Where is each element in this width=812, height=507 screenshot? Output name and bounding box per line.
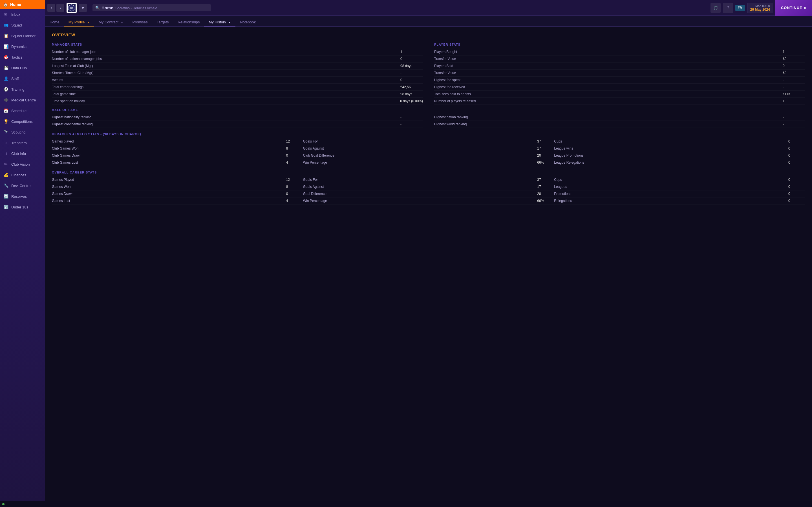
sidebar-item-label: Data Hub (11, 66, 27, 70)
stat-value: - (400, 71, 406, 75)
sidebar-item-club-vision[interactable]: 👁 Club Vision (0, 159, 45, 170)
svg-text:HA: HA (70, 7, 73, 9)
squad-icon: 👥 (3, 22, 8, 27)
stat-label: Total career earnings (52, 85, 400, 89)
stat-row: Games Drawn 0 (52, 190, 303, 198)
chevron-down-icon: ▼ (121, 21, 123, 24)
heracles-stats-grid: Games played 12 Club Games Won 8 Club Ga… (52, 138, 406, 166)
sidebar-item-finances[interactable]: 💰 Finances (0, 170, 45, 180)
sidebar-item-dynamics[interactable]: 📊 Dynamics (0, 41, 45, 52)
stat-value: 8 (286, 185, 303, 189)
stat-row: Total career earnings €42,5K (52, 83, 406, 91)
stat-value: 0 (400, 78, 406, 82)
secondary-nav: Home My Profile ▼ My Contract ▼ Promises… (45, 16, 406, 27)
schedule-icon: 📅 (3, 108, 8, 113)
sidebar-item-data-hub[interactable]: 💾 Data Hub (0, 62, 45, 73)
hall-of-fame-title: HALL OF FAME (52, 108, 406, 112)
overview-title: OVERVIEW (52, 33, 406, 37)
stat-value: 0 (286, 154, 303, 158)
stat-value: 0 (286, 192, 303, 196)
dynamics-icon: 📊 (3, 44, 8, 49)
tab-relationships[interactable]: Relationships (173, 18, 204, 27)
stat-row: Highest continental ranking - (52, 121, 406, 128)
topbar-title: Home (101, 5, 113, 10)
tab-my-profile[interactable]: My Profile ▼ (64, 18, 94, 27)
sidebar-item-club-info[interactable]: ℹ Club Info (0, 148, 45, 159)
topbar-title-block: Home Socretino - Heracles Almelo (101, 5, 157, 10)
heracles-col2: Goals For 37 Goals Against 17 Club Goal … (303, 138, 406, 166)
overall-col2: Goals For 37 Goals Against 17 Goal Diffe… (303, 176, 406, 205)
sidebar-item-label: Dynamics (11, 45, 28, 49)
stat-row: Shortest Time at Club (Mgr) - (52, 69, 406, 76)
club-badge: HA (66, 3, 77, 13)
sidebar-item-staff[interactable]: 👤 Staff (0, 73, 45, 84)
sidebar-item-medical-centre[interactable]: ➕ Medical Centre (0, 95, 45, 105)
stat-value: 0 (400, 57, 406, 61)
sidebar-item-label: Club Info (11, 152, 26, 156)
overall-career-stats-grid: Games Played 12 Games Won 8 Games Drawn … (52, 176, 406, 205)
hall-of-fame-grid: Highest nationality ranking - Highest co… (52, 114, 406, 128)
sidebar-item-label: Under 18s (11, 205, 28, 209)
stat-label: Club Games Won (52, 147, 286, 151)
training-icon: ⚽ (3, 87, 8, 92)
tab-my-contract[interactable]: My Contract ▼ (94, 18, 128, 27)
stat-row: Club Games Won 8 (52, 145, 303, 152)
sidebar-item-label: Competitions (11, 119, 33, 124)
tab-targets[interactable]: Targets (152, 18, 173, 27)
club-info-icon: ℹ (3, 151, 8, 156)
stat-value: 1 (400, 50, 406, 54)
stat-label: Club Goal Difference (303, 154, 406, 158)
heracles-stats-title: HERACLES ALMELO STATS - (98 DAYS IN CHAR… (52, 132, 406, 136)
stat-value: 0 days (0.00%) (400, 99, 406, 103)
stat-label: Goals For (303, 139, 406, 144)
stat-row: Win Percentage 66% (303, 159, 406, 166)
sidebar-item-tactics[interactable]: 🎯 Tactics (0, 52, 45, 62)
staff-icon: 👤 (3, 76, 8, 81)
stat-row: Club Goal Difference 20 (303, 152, 406, 159)
sidebar-item-dev-centre[interactable]: 🔧 Dev. Centre (0, 180, 45, 191)
stat-label: Time spent on holiday (52, 99, 400, 103)
sidebar-item-label: Staff (11, 76, 19, 81)
tab-my-history[interactable]: My History ▼ (204, 18, 236, 27)
stat-label: Games played (52, 139, 286, 144)
stat-label: Games Won (52, 185, 286, 189)
sidebar-item-reserves[interactable]: 🔄 Reserves (0, 191, 45, 202)
topbar-navigation: ‹ › HA ▼ (45, 3, 89, 13)
sidebar-item-squad[interactable]: 👥 Squad (0, 20, 45, 31)
sidebar-item-training[interactable]: ⚽ Training (0, 84, 45, 95)
stat-label: Goals For (303, 178, 406, 182)
sidebar-item-schedule[interactable]: 📅 Schedule (0, 105, 45, 116)
sidebar-item-competitions[interactable]: 🏆 Competitions (0, 116, 45, 127)
data-hub-icon: 💾 (3, 65, 8, 70)
dev-centre-icon: 🔧 (3, 183, 8, 188)
tab-notebook[interactable]: Notebook (236, 18, 260, 27)
sidebar-item-label: Training (11, 87, 24, 92)
sidebar-item-under-18s[interactable]: 🔢 Under 18s (0, 202, 45, 212)
competitions-icon: 🏆 (3, 119, 8, 124)
nav-forward-button[interactable]: › (56, 4, 64, 12)
sidebar-item-label: Reserves (11, 194, 27, 199)
finances-icon: 💰 (3, 172, 8, 177)
sidebar-item-squad-planner[interactable]: 📋 Squad Planner (0, 31, 45, 41)
sidebar-item-inbox[interactable]: ✉ Inbox (0, 9, 45, 20)
sidebar-item-label: Medical Centre (11, 98, 36, 102)
tab-home[interactable]: Home (45, 18, 64, 27)
hall-of-fame-section: HALL OF FAME Highest nationality ranking… (52, 108, 406, 128)
sidebar-item-label: Finances (11, 173, 26, 177)
sidebar-item-scouting[interactable]: 🔭 Scouting (0, 127, 45, 137)
stat-label: Shortest Time at Club (Mgr) (52, 71, 400, 75)
heracles-stats-section: HERACLES ALMELO STATS - (98 DAYS IN CHAR… (52, 132, 406, 166)
nav-back-button[interactable]: ‹ (47, 4, 55, 12)
inbox-icon: ✉ (3, 12, 8, 17)
nav-dropdown-button[interactable]: ▼ (79, 4, 87, 12)
sidebar-item-transfers[interactable]: ↔ Transfers (0, 137, 45, 148)
stat-row: Club Games Lost 4 (52, 159, 303, 166)
stat-row: Goals Against 17 (303, 145, 406, 152)
sidebar-item-label: Dev. Centre (11, 184, 31, 188)
sidebar-item-label: Squad Planner (11, 34, 36, 38)
stat-value: 4 (286, 199, 303, 203)
stat-row: Time spent on holiday 0 days (0.00%) (52, 98, 406, 105)
tab-promises[interactable]: Promises (128, 18, 152, 27)
sidebar-home[interactable]: 🏠 Home (0, 0, 45, 9)
stat-row: Goals For 37 (303, 138, 406, 145)
